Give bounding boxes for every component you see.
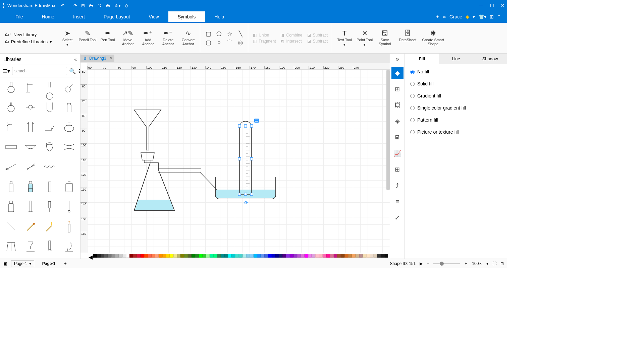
chart-panel-icon[interactable]: 📈	[391, 147, 404, 159]
color-swatch[interactable]	[184, 254, 188, 258]
table-panel-icon[interactable]: ⊞	[391, 163, 404, 176]
color-swatch[interactable]	[104, 254, 108, 258]
color-swatch[interactable]	[148, 254, 152, 258]
color-swatch[interactable]	[319, 254, 323, 258]
color-swatch[interactable]	[159, 254, 162, 258]
redo-icon[interactable]: ↷	[73, 3, 77, 8]
shape-thistle[interactable]	[60, 99, 78, 115]
color-swatch[interactable]	[188, 254, 192, 258]
menu-page-layout[interactable]: Page Layout	[94, 11, 140, 22]
color-swatch[interactable]	[108, 254, 111, 258]
color-swatch[interactable]	[305, 254, 308, 258]
color-swatch[interactable]	[308, 254, 312, 258]
pencil-tool[interactable]: ✎Pencil Tool	[78, 29, 97, 42]
color-swatch[interactable]	[141, 254, 144, 258]
color-swatch[interactable]	[246, 254, 250, 258]
rect-shape[interactable]: ▢	[205, 30, 212, 37]
page-selector[interactable]: Page-1▾	[11, 260, 34, 267]
color-swatch[interactable]	[293, 254, 297, 258]
tshirt-icon[interactable]: 👕▾	[478, 14, 486, 19]
zoom-level[interactable]: 100%	[472, 261, 482, 266]
color-swatch[interactable]	[344, 254, 348, 258]
layout-view-icon[interactable]: ▣	[3, 261, 7, 266]
color-swatch[interactable]	[385, 254, 388, 258]
drawing-trough-testtube[interactable]: ⟳	[215, 120, 286, 214]
shape-utube[interactable]	[41, 99, 59, 115]
add-page-icon[interactable]: ＋	[63, 261, 67, 266]
pentagon-shape[interactable]: ⬠	[216, 30, 222, 37]
union-button[interactable]: ◧Union	[253, 33, 276, 38]
color-swatch[interactable]	[195, 254, 199, 258]
color-swatch[interactable]	[228, 254, 232, 258]
select-tool[interactable]: ➤Select▾	[58, 29, 76, 47]
minimize-icon[interactable]: —	[479, 3, 483, 8]
crown-icon[interactable]: ◆	[466, 14, 469, 19]
zoom-slider[interactable]	[433, 263, 460, 264]
color-swatch[interactable]	[170, 254, 173, 258]
line-shape[interactable]: ╲	[237, 30, 244, 37]
color-swatch[interactable]	[250, 254, 254, 258]
color-swatch[interactable]	[334, 254, 337, 258]
color-swatch[interactable]	[282, 254, 286, 258]
shape-gradcylinder[interactable]	[21, 198, 40, 214]
shape-misc[interactable]	[60, 159, 78, 175]
color-swatch[interactable]	[221, 254, 224, 258]
close-icon[interactable]: ✕	[501, 3, 504, 8]
prop-tab-shadow[interactable]: Shadow	[473, 54, 507, 64]
color-swatch[interactable]	[337, 254, 341, 258]
pen-tool[interactable]: ✒Pen Tool	[99, 29, 117, 42]
shape-widejar[interactable]	[2, 198, 20, 214]
radio-pattern[interactable]	[410, 118, 415, 122]
fill-option-nofill[interactable]: No fill	[410, 69, 502, 74]
drawing-flask-funnel[interactable]	[134, 110, 221, 217]
circle-shape[interactable]: ○	[216, 39, 222, 46]
color-swatch[interactable]	[93, 254, 97, 258]
point-tool[interactable]: ✕Point Tool▾	[356, 29, 374, 47]
color-swatch[interactable]	[254, 254, 257, 258]
predefine-libraries-button[interactable]: 🗂Predefine Libraries▾	[5, 39, 52, 44]
fill-option-solid[interactable]: Solid fill	[410, 81, 502, 86]
apps-icon[interactable]: ⊞	[490, 14, 494, 19]
print-icon[interactable]: 🖶	[106, 3, 110, 8]
subtract-button[interactable]: ◪Subtract	[307, 33, 328, 38]
radio-nofill[interactable]	[410, 70, 415, 74]
delete-anchor-tool[interactable]: ✒⁻Delete Anchor	[159, 29, 177, 46]
color-swatch[interactable]	[330, 254, 334, 258]
shape-clamp[interactable]	[41, 119, 59, 135]
align-panel-icon[interactable]: ≡	[391, 196, 404, 208]
export-panel-icon[interactable]: ⤴	[391, 180, 404, 192]
shape-reagent-bottle[interactable]	[21, 179, 40, 195]
presentation-icon[interactable]: ▶	[420, 261, 423, 266]
text-tool[interactable]: TText Tool▾	[335, 29, 354, 47]
color-swatch[interactable]	[152, 254, 155, 258]
close-tab-icon[interactable]: ×	[110, 56, 112, 61]
collapse-left-icon[interactable]: «	[74, 57, 77, 62]
fit-panel-icon[interactable]: ⤢	[391, 212, 404, 224]
color-swatch[interactable]	[97, 254, 101, 258]
shape-microscope[interactable]	[60, 238, 78, 254]
convert-anchor-tool[interactable]: ∿Convert Anchor	[179, 29, 197, 46]
menu-home[interactable]: Home	[33, 11, 64, 22]
shape-flask[interactable]	[2, 79, 20, 95]
fullscreen-icon[interactable]: ⊡	[500, 261, 504, 266]
save-icon[interactable]: 🖫	[97, 3, 102, 8]
color-swatch[interactable]	[243, 254, 246, 258]
color-swatch[interactable]	[162, 254, 166, 258]
move-anchor-tool[interactable]: ↗✎Move Anchor	[119, 29, 137, 46]
color-swatch[interactable]	[257, 254, 261, 258]
shape-retort[interactable]	[60, 79, 78, 95]
page-tab[interactable]: Page-1	[38, 261, 59, 267]
color-swatch[interactable]	[363, 254, 366, 258]
shape-stirrer[interactable]	[2, 159, 20, 175]
shape-tripod[interactable]	[2, 238, 20, 254]
shape-roundflask[interactable]	[2, 99, 20, 115]
subtract2-button[interactable]: ◪Subtract	[307, 39, 328, 44]
spiral-shape[interactable]: ◎	[237, 39, 244, 46]
document-tab[interactable]: 🗎 Drawing3 ×	[80, 55, 114, 62]
shape-thermometer[interactable]	[60, 198, 78, 214]
undo-icon[interactable]: ↶	[61, 3, 64, 8]
color-swatch[interactable]	[315, 254, 319, 258]
color-swatch[interactable]	[297, 254, 301, 258]
color-swatch[interactable]	[203, 254, 206, 258]
color-swatch[interactable]	[286, 254, 290, 258]
